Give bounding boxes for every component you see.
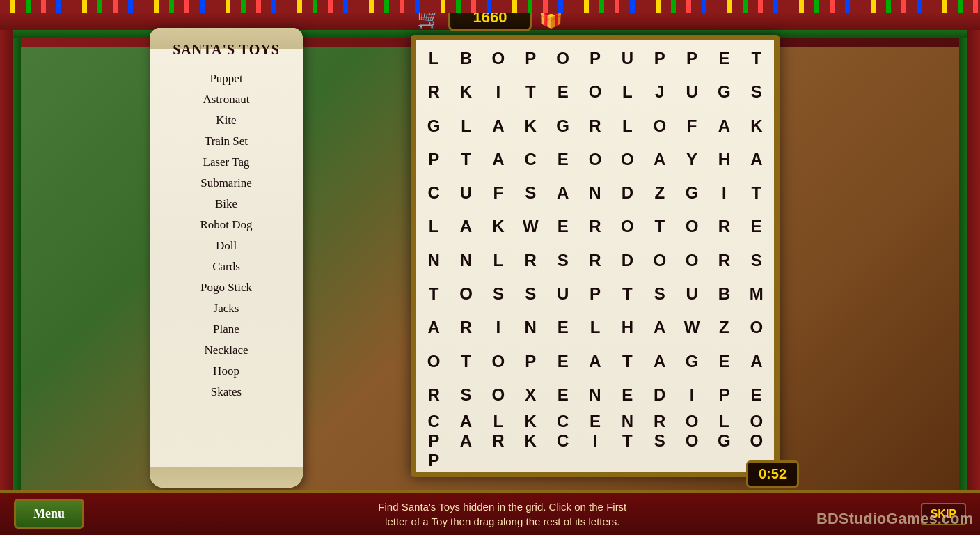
grid-cell[interactable]: R	[482, 431, 514, 451]
grid-cell[interactable]: O	[579, 143, 611, 176]
grid-cell[interactable]: P	[514, 344, 546, 378]
grid-cell[interactable]: C	[546, 431, 578, 451]
grid-cell[interactable]: E	[741, 378, 773, 412]
word-grid[interactable]: LBOPOPUPPETRKITEOLJUGSGLAKGRLOFAKPTACEOO…	[418, 42, 773, 470]
grid-cell[interactable]: O	[741, 311, 773, 344]
grid-cell[interactable]: I	[482, 75, 514, 109]
grid-cell[interactable]: U	[546, 277, 578, 311]
grid-cell[interactable]: I	[676, 378, 708, 412]
word-list-item[interactable]: Jacks	[157, 298, 296, 319]
grid-cell[interactable]: O	[644, 109, 676, 143]
grid-cell[interactable]: R	[579, 244, 611, 277]
word-list-item[interactable]: Plane	[157, 319, 296, 340]
word-list-item[interactable]: Submarine	[157, 173, 296, 194]
grid-cell[interactable]: L	[418, 42, 450, 75]
grid-cell[interactable]: X	[514, 378, 546, 412]
grid-cell[interactable]: A	[741, 143, 773, 176]
grid-cell[interactable]: H	[708, 143, 740, 176]
grid-cell[interactable]: E	[546, 311, 578, 344]
grid-cell[interactable]: S	[644, 277, 676, 311]
grid-cell[interactable]: C	[546, 412, 578, 431]
grid-cell[interactable]: S	[644, 431, 676, 451]
grid-cell[interactable]: R	[514, 244, 546, 277]
grid-cell[interactable]: A	[450, 431, 482, 451]
grid-cell[interactable]: U	[676, 75, 708, 109]
grid-cell[interactable]: O	[676, 244, 708, 277]
grid-cell[interactable]: N	[579, 378, 611, 412]
grid-cell[interactable]: L	[708, 412, 740, 431]
word-list-item[interactable]: Puppet	[157, 68, 296, 89]
grid-cell[interactable]: A	[644, 143, 676, 176]
grid-cell[interactable]: R	[418, 75, 450, 109]
grid-cell[interactable]: Y	[676, 143, 708, 176]
grid-cell[interactable]: G	[546, 109, 578, 143]
grid-cell[interactable]: L	[450, 109, 482, 143]
grid-cell[interactable]: R	[708, 210, 740, 243]
grid-cell[interactable]: E	[611, 378, 643, 412]
grid-cell[interactable]: F	[676, 109, 708, 143]
grid-cell[interactable]: T	[450, 143, 482, 176]
grid-cell[interactable]: O	[676, 412, 708, 431]
word-list-item[interactable]: Necklace	[157, 340, 296, 361]
grid-cell[interactable]: M	[741, 277, 773, 311]
grid-cell[interactable]: J	[644, 75, 676, 109]
grid-cell[interactable]: B	[708, 277, 740, 311]
grid-cell[interactable]: A	[482, 109, 514, 143]
grid-cell[interactable]: O	[741, 431, 773, 451]
grid-cell[interactable]: G	[676, 344, 708, 378]
grid-cell[interactable]: L	[482, 412, 514, 431]
grid-cell[interactable]: N	[418, 244, 450, 277]
grid-cell[interactable]: K	[450, 75, 482, 109]
grid-cell[interactable]: O	[676, 210, 708, 243]
grid-cell[interactable]: A	[644, 311, 676, 344]
grid-cell[interactable]: D	[644, 378, 676, 412]
grid-cell[interactable]: T	[611, 431, 643, 451]
grid-cell[interactable]: A	[482, 143, 514, 176]
grid-cell[interactable]: K	[514, 431, 546, 451]
grid-cell[interactable]: G	[708, 431, 740, 451]
grid-cell[interactable]: R	[644, 412, 676, 431]
grid-cell[interactable]: L	[482, 244, 514, 277]
grid-cell[interactable]: I	[708, 176, 740, 210]
grid-cell[interactable]: P	[514, 42, 546, 75]
grid-cell[interactable]: B	[450, 42, 482, 75]
grid-cell[interactable]: D	[611, 176, 643, 210]
grid-cell[interactable]: K	[514, 109, 546, 143]
grid-cell[interactable]: K	[482, 210, 514, 243]
grid-cell[interactable]: C	[418, 176, 450, 210]
grid-cell[interactable]: P	[579, 42, 611, 75]
grid-cell[interactable]: E	[579, 412, 611, 431]
grid-cell[interactable]: T	[611, 277, 643, 311]
grid-cell[interactable]: U	[676, 277, 708, 311]
grid-cell[interactable]: O	[741, 412, 773, 431]
grid-cell[interactable]: I	[579, 431, 611, 451]
grid-cell[interactable]: P	[579, 277, 611, 311]
grid-cell[interactable]: O	[611, 210, 643, 243]
grid-cell[interactable]: Z	[644, 176, 676, 210]
grid-cell[interactable]: T	[644, 210, 676, 243]
grid-cell[interactable]: A	[579, 344, 611, 378]
grid-cell[interactable]: N	[514, 311, 546, 344]
grid-cell[interactable]: T	[611, 344, 643, 378]
word-list-item[interactable]: Bike	[157, 194, 296, 215]
grid-cell[interactable]: R	[579, 210, 611, 243]
grid-cell[interactable]: R	[708, 244, 740, 277]
grid-cell[interactable]: O	[579, 75, 611, 109]
grid-cell[interactable]: T	[741, 176, 773, 210]
grid-cell[interactable]: G	[418, 109, 450, 143]
word-list-item[interactable]: Hoop	[157, 361, 296, 382]
grid-cell[interactable]: T	[514, 75, 546, 109]
grid-cell[interactable]: D	[611, 244, 643, 277]
grid-cell[interactable]: W	[514, 210, 546, 243]
grid-cell[interactable]: S	[450, 378, 482, 412]
grid-cell[interactable]: O	[611, 143, 643, 176]
grid-cell[interactable]: E	[546, 378, 578, 412]
grid-cell[interactable]: O	[644, 244, 676, 277]
grid-cell[interactable]: A	[418, 311, 450, 344]
grid-cell[interactable]: K	[514, 412, 546, 431]
grid-cell[interactable]: N	[450, 244, 482, 277]
grid-cell[interactable]: G	[676, 176, 708, 210]
word-list-item[interactable]: Kite	[157, 110, 296, 131]
grid-cell[interactable]: A	[450, 210, 482, 243]
grid-cell[interactable]: S	[741, 75, 773, 109]
